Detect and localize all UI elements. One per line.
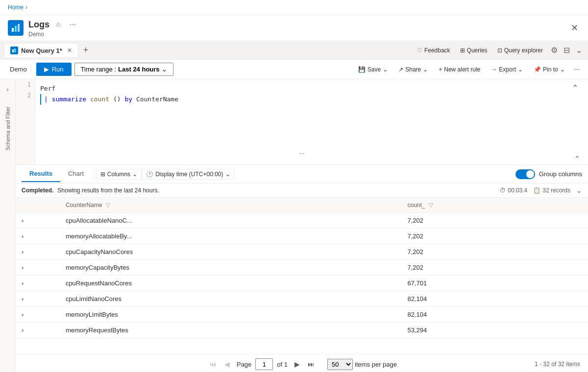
results-tabs: Results Chart ⊞ Columns ⌄ 🕐 Display time… xyxy=(16,165,588,184)
save-button[interactable]: 💾 Save ⌄ xyxy=(354,64,392,75)
status-completed: Completed. xyxy=(22,187,53,194)
new-alert-button[interactable]: + New alert rule xyxy=(435,64,484,75)
query-explorer-button[interactable]: ⊡ Query explorer xyxy=(493,45,547,56)
sidebar-toggle-button[interactable]: › xyxy=(2,83,14,95)
expand-column-header xyxy=(16,198,60,213)
row-expand-0[interactable]: › xyxy=(16,213,60,229)
time-range-button[interactable]: Time range : Last 24 hours ⌄ xyxy=(74,63,173,76)
last-page-button[interactable]: ⏭ xyxy=(305,358,318,370)
collapse-controls: ⌃ xyxy=(570,81,580,94)
row-expand-1[interactable]: › xyxy=(16,229,60,244)
app-subtitle: Demo xyxy=(28,31,569,38)
pin-icon: 📌 xyxy=(534,66,541,73)
settings-button[interactable]: ⚙ xyxy=(549,44,560,57)
row-counter-name-3: memoryCapacityBytes xyxy=(60,260,402,276)
breadcrumb-home[interactable]: Home xyxy=(8,4,24,11)
row-counter-name-4: cpuRequestNanoCores xyxy=(60,276,402,291)
run-icon: ▶ xyxy=(44,66,49,73)
table-row: › memoryLimitBytes 82,104 xyxy=(16,307,588,323)
add-tab-button[interactable]: + xyxy=(79,43,93,57)
query-tab[interactable]: New Query 1* ✕ xyxy=(4,43,78,57)
row-counter-name-7: memoryRequestBytes xyxy=(60,323,402,338)
table-row: › memoryRequestBytes 53,294 xyxy=(16,323,588,338)
row-counter-name-2: cpuCapacityNanoCores xyxy=(60,244,402,260)
line-numbers: 1 2 xyxy=(16,79,35,164)
row-expand-7[interactable]: › xyxy=(16,323,60,338)
columns-button[interactable]: ⊞ Columns ⌄ xyxy=(96,169,142,180)
code-line-2: | summarize count () by CounterName xyxy=(40,94,584,105)
tab-close-button[interactable]: ✕ xyxy=(67,47,72,54)
time-range-chevron: ⌄ xyxy=(162,66,167,73)
export-icon: → xyxy=(491,66,497,73)
counter-name-header: CounterName ▽ xyxy=(60,198,402,213)
count-header: count_ ▽ xyxy=(401,198,588,213)
queries-icon: ⊞ xyxy=(460,47,465,54)
table-body: › cpuAllocatableNanoC... 7,202 › memoryA… xyxy=(16,213,588,338)
row-count-2: 7,202 xyxy=(401,244,588,260)
workspace-label: Demo xyxy=(6,64,31,75)
favorite-button[interactable]: ☆ xyxy=(53,19,64,30)
queries-button[interactable]: ⊞ Queries xyxy=(456,45,491,56)
header-row: CounterName ▽ count_ ▽ xyxy=(16,198,588,213)
prev-page-button[interactable]: ◀ xyxy=(221,358,233,370)
page-label: Page xyxy=(237,361,251,368)
expand-results-button[interactable]: ⌄ xyxy=(576,186,582,194)
per-page-select[interactable]: 50 100 200 xyxy=(327,359,353,370)
feedback-button[interactable]: ♡ Feedback xyxy=(413,45,454,56)
row-expand-5[interactable]: › xyxy=(16,291,60,307)
group-columns-switch[interactable] xyxy=(515,169,535,179)
row-expand-4[interactable]: › xyxy=(16,276,60,291)
schema-label: Schema and Filter xyxy=(5,107,11,150)
export-button[interactable]: → Export ⌄ xyxy=(487,64,527,75)
time-icon: ⏱ xyxy=(500,187,506,194)
counter-name-filter[interactable]: ▽ xyxy=(106,202,110,209)
data-table-wrapper: CounterName ▽ count_ ▽ › cpuAllocatableN… xyxy=(16,198,588,354)
alert-icon: + xyxy=(439,66,442,73)
app-title: Logs ☆ ··· xyxy=(28,18,569,31)
run-button[interactable]: ▶ Run xyxy=(36,63,72,76)
row-expand-2[interactable]: › xyxy=(16,244,60,260)
next-page-button[interactable]: ▶ xyxy=(292,358,303,370)
svg-rect-0 xyxy=(12,28,14,32)
more-options-button[interactable]: ··· xyxy=(68,18,78,31)
toolbar: Demo ▶ Run Time range : Last 24 hours ⌄ … xyxy=(0,60,588,79)
status-bar: Completed. Showing results from the last… xyxy=(16,184,588,198)
row-count-0: 7,202 xyxy=(401,213,588,229)
row-count-3: 7,202 xyxy=(401,260,588,276)
svg-rect-3 xyxy=(12,49,14,52)
row-expand-6[interactable]: › xyxy=(16,307,60,323)
row-expand-3[interactable]: › xyxy=(16,260,60,276)
tab-bar: New Query 1* ✕ + ♡ Feedback ⊞ Queries ⊡ … xyxy=(0,41,588,60)
count-filter[interactable]: ▽ xyxy=(429,202,433,209)
first-page-button[interactable]: ⏮ xyxy=(207,358,220,370)
code-editor[interactable]: 1 2 Perf | summarize count () by Counter… xyxy=(16,79,588,165)
expand-tabbar-button[interactable]: ⌄ xyxy=(574,44,584,57)
status-records: 📋 32 records xyxy=(533,187,570,194)
toolbar-more-button[interactable]: ··· xyxy=(572,63,582,76)
status-right: ⏱ 00:03.4 📋 32 records ⌄ xyxy=(500,186,582,194)
clock-icon: 🕐 xyxy=(146,171,153,178)
layout-button[interactable]: ⊟ xyxy=(562,44,572,57)
tab-bar-right: ♡ Feedback ⊞ Queries ⊡ Query explorer ⚙ … xyxy=(413,44,584,57)
row-counter-name-0: cpuAllocatableNanoC... xyxy=(60,213,402,229)
display-time-button[interactable]: 🕐 Display time (UTC+00:00) ⌄ xyxy=(142,169,234,180)
breadcrumb-separator: › xyxy=(25,4,27,11)
editor-collapse-bottom[interactable]: ⌃ xyxy=(574,155,580,163)
share-button[interactable]: ↗ Share ⌄ xyxy=(394,64,432,75)
collapse-button[interactable]: ⌃ xyxy=(570,81,580,94)
query-explorer-icon: ⊡ xyxy=(497,47,502,54)
tab-results[interactable]: Results xyxy=(22,166,60,182)
editor-ellipsis: ··· xyxy=(297,148,306,159)
line-num-2: 2 xyxy=(16,90,35,101)
pin-button[interactable]: 📌 Pin to ⌄ xyxy=(530,64,569,75)
save-icon: 💾 xyxy=(358,66,366,73)
count-label: count_ xyxy=(407,202,425,209)
editor-results: 1 2 Perf | summarize count () by Counter… xyxy=(16,79,588,372)
row-counter-name-5: cpuLimitNanoCores xyxy=(60,291,402,307)
share-icon: ↗ xyxy=(398,66,403,73)
tab-label: New Query 1* xyxy=(21,47,62,54)
row-count-4: 67,701 xyxy=(401,276,588,291)
tab-chart[interactable]: Chart xyxy=(60,166,92,182)
close-button[interactable]: ✕ xyxy=(569,21,580,35)
page-input[interactable] xyxy=(255,358,273,370)
